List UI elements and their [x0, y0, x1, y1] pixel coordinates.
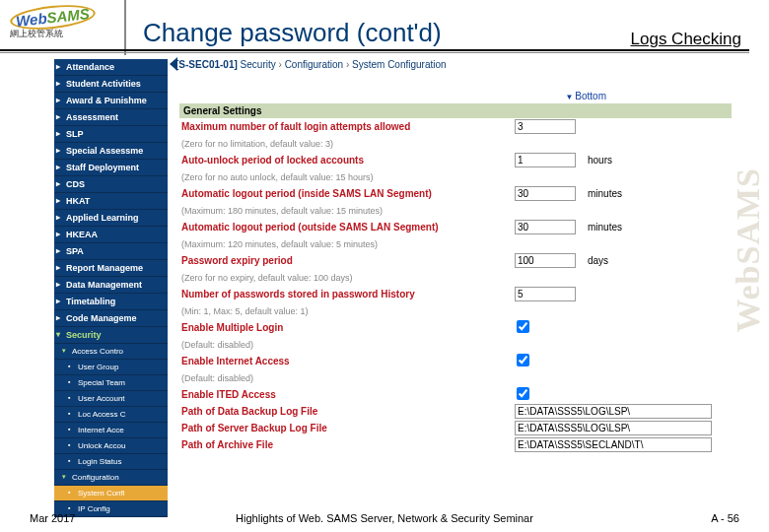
logs-checking-link[interactable]: Logs Checking	[631, 30, 741, 49]
breadcrumb-system-config: System Configuration	[352, 59, 447, 70]
sidebar-item-user-group[interactable]: User Group	[54, 360, 168, 375]
sidebar-item-hkat[interactable]: HKAT	[54, 193, 168, 210]
setting-unit: minutes	[584, 222, 633, 233]
sidebar-item-timetabling[interactable]: Timetabling	[54, 294, 168, 310]
setting-label: Path of Server Backup Log File	[179, 423, 515, 433]
sidebar-item-special-assessme[interactable]: Special Assessme	[54, 143, 168, 160]
breadcrumb-security[interactable]: Security	[241, 59, 276, 70]
setting-label: Automatic logout period (outside SAMS LA…	[179, 222, 515, 233]
setting-row: Automatic logout period (inside SAMS LAN…	[179, 185, 732, 202]
breadcrumb-configuration[interactable]: Configuration	[285, 59, 343, 70]
setting-label: Automatic logout period (inside SAMS LAN…	[179, 188, 515, 199]
setting-hint: (Default: disabled)	[179, 340, 515, 350]
setting-row: Password expiry perioddays	[179, 252, 732, 269]
setting-path-input[interactable]	[515, 404, 712, 419]
sidebar-item-special-team[interactable]: Special Team	[54, 375, 168, 391]
sidebar-item-login-status[interactable]: Login Status	[54, 454, 168, 470]
setting-row: Auto-unlock period of locked accountshou…	[179, 152, 732, 168]
setting-label: Auto-unlock period of locked accounts	[179, 155, 515, 166]
setting-row: Path of Archive File	[179, 436, 732, 453]
setting-checkbox[interactable]	[517, 387, 529, 400]
sidebar-item-assessment[interactable]: Assessment	[54, 109, 168, 126]
setting-input[interactable]	[515, 186, 576, 201]
setting-input[interactable]	[515, 220, 576, 234]
header-divider	[124, 0, 126, 55]
setting-row: Enable Internet Access	[179, 353, 732, 369]
section-general-settings: General Settings	[179, 103, 732, 118]
setting-row: Number of passwords stored in password H…	[179, 286, 732, 302]
setting-input[interactable]	[515, 153, 576, 167]
sidebar-item-award-punishme[interactable]: Award & Punishme	[54, 93, 168, 109]
sidebar-item-code-manageme[interactable]: Code Manageme	[54, 310, 168, 327]
sidebar-item-staff-deployment[interactable]: Staff Deployment	[54, 160, 168, 176]
sidebar-item-system-confi[interactable]: System Confi	[54, 486, 168, 501]
setting-row: Path of Server Backup Log File	[179, 420, 732, 436]
footer-date: Mar 2017	[30, 512, 75, 524]
setting-hint: (Zero for no limitation, default value: …	[179, 139, 515, 149]
sidebar-item-report-manageme[interactable]: Report Manageme	[54, 260, 168, 277]
bottom-anchor-link[interactable]: Bottom	[565, 91, 606, 101]
setting-label: Enable Multiple Login	[179, 322, 515, 333]
setting-hint: (Default: disabled)	[179, 373, 515, 383]
setting-unit: hours	[584, 155, 633, 166]
sidebar-item-cds[interactable]: CDS	[54, 176, 168, 193]
setting-unit: minutes	[584, 188, 633, 199]
setting-hint: (Maximum: 180 minutes, default value: 15…	[179, 206, 515, 216]
setting-label: Path of Data Backup Log File	[179, 406, 515, 417]
footer-page: A - 56	[711, 512, 739, 524]
setting-row: Path of Data Backup Log File	[179, 403, 732, 420]
sidebar-nav: AttendanceStudent ActivitiesAward & Puni…	[54, 59, 168, 517]
watermark: WebSAMS	[730, 167, 767, 333]
setting-row: Enable Multiple Login	[179, 319, 732, 336]
breadcrumb-code: [S-SEC01-01]	[175, 59, 238, 70]
sidebar-item-unlock-accou[interactable]: Unlock Accou	[54, 438, 168, 454]
setting-input[interactable]	[515, 119, 576, 134]
sidebar-item-applied-learning[interactable]: Applied Learning	[54, 210, 168, 227]
setting-label: Number of passwords stored in password H…	[179, 289, 515, 299]
setting-input[interactable]	[515, 287, 576, 301]
setting-path-input[interactable]	[515, 421, 712, 435]
header-rule-2	[0, 52, 749, 53]
sidebar-item-configuration[interactable]: Configuration	[54, 470, 168, 486]
sidebar-item-spa[interactable]: SPA	[54, 243, 168, 260]
sidebar-item-security[interactable]: Security	[54, 327, 168, 344]
setting-path-input[interactable]	[515, 437, 712, 452]
setting-label: Password expiry period	[179, 255, 515, 266]
app-logo: WebSAMS 網上校管系統	[10, 6, 118, 47]
setting-input[interactable]	[515, 253, 576, 268]
sidebar-item-internet-acce[interactable]: Internet Acce	[54, 423, 168, 438]
header-rule	[0, 49, 749, 51]
sidebar-item-data-management[interactable]: Data Management	[54, 277, 168, 294]
setting-label: Maximum number of fault login attempts a…	[179, 121, 515, 132]
sidebar-item-slp[interactable]: SLP	[54, 126, 168, 143]
sidebar-item-loc-access-c[interactable]: Loc Access C	[54, 407, 168, 423]
footer-title: Highlights of Web. SAMS Server, Network …	[236, 512, 533, 524]
sidebar-item-student-activities[interactable]: Student Activities	[54, 76, 168, 93]
setting-row: Automatic logout period (outside SAMS LA…	[179, 219, 732, 235]
setting-hint: (Maximum: 120 minutes, default value: 5 …	[179, 239, 515, 249]
sidebar-item-attendance[interactable]: Attendance	[54, 59, 168, 76]
setting-label: Enable Internet Access	[179, 356, 515, 366]
page-title: Change password (cont'd)	[143, 18, 442, 48]
setting-row: Enable ITED Access	[179, 386, 732, 403]
setting-label: Path of Archive File	[179, 439, 515, 450]
setting-label: Enable ITED Access	[179, 389, 515, 400]
setting-checkbox[interactable]	[517, 320, 529, 333]
setting-row: Maximum number of fault login attempts a…	[179, 118, 732, 135]
setting-hint: (Zero for no auto unlock, default value:…	[179, 172, 515, 182]
breadcrumb: [S-SEC01-01] Security › Configuration › …	[175, 59, 447, 70]
setting-hint: (Zero for no expiry, default value: 100 …	[179, 273, 515, 283]
sidebar-item-user-account[interactable]: User Account	[54, 391, 168, 407]
sidebar-item-hkeaa[interactable]: HKEAA	[54, 227, 168, 243]
settings-form: General Settings Maximum number of fault…	[179, 103, 732, 453]
sidebar-item-access-contro[interactable]: Access Contro	[54, 344, 168, 360]
setting-hint: (Min: 1, Max: 5, default value: 1)	[179, 306, 515, 316]
setting-checkbox[interactable]	[517, 354, 529, 366]
setting-unit: days	[584, 255, 633, 266]
